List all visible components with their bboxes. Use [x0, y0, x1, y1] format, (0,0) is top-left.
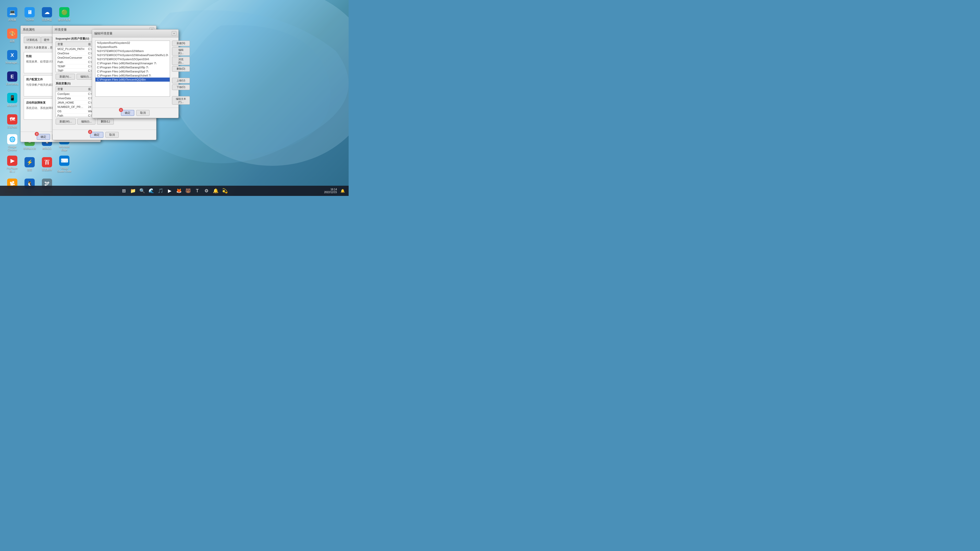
edit-env-badge: 1	[119, 108, 123, 112]
sys-var-name: NUMBER_OF_PROCESSORS	[56, 105, 86, 109]
taskbar-typora[interactable]: T	[193, 187, 201, 195]
edit-env-titlebar[interactable]: 编辑环境变量 ×	[92, 30, 178, 38]
icon-label-icon28: Microsoft Edge	[57, 145, 72, 151]
env-vars-badge: 2	[88, 130, 92, 134]
edit-env-item[interactable]: C:\Program Files (x86)\NetSarang\Xpd 7\	[95, 69, 170, 73]
icon-img-icon13: E	[7, 71, 18, 82]
edit-env-btn-col: 新建(N) 编辑(E)... 浏览(B)... 删除(D) 上移(U) 下移(O…	[172, 41, 190, 105]
desktop-icon-icon3[interactable]: ☁ 百度网盘	[39, 4, 55, 24]
edit-ok-wrap: 1 确定	[121, 110, 134, 116]
taskbar-start[interactable]: ⊞	[120, 187, 128, 195]
taskbar-edge[interactable]: 🌊	[147, 187, 156, 195]
taskbar-time-block[interactable]: 16:14 2022/12/15	[324, 188, 337, 194]
taskbar-app2[interactable]: 💫	[221, 187, 229, 195]
icon-label-icon4: 微信开发者	[58, 18, 71, 21]
taskbar-date: 2022/12/15	[324, 191, 337, 194]
desktop-icon-icon17[interactable]: 📱 刷机助手	[4, 90, 21, 110]
desktop-icon-icon32[interactable]: ⌨ Visual Studio Code	[56, 154, 73, 175]
sys-new-btn[interactable]: 新建(W)...	[56, 119, 76, 124]
edit-env-footer: 1 确定 取消	[92, 108, 178, 118]
edit-env-item[interactable]: %SYSTEMROOT%\System32\Wbem	[95, 49, 170, 53]
desktop-icon-icon9[interactable]: X Xmanager...	[4, 47, 21, 67]
icon-label-icon9: Xmanager...	[5, 61, 19, 64]
icon-label-icon13: Everything	[6, 83, 18, 86]
edit-env-item[interactable]: %SystemRoot%\system32	[95, 41, 170, 45]
taskbar-browser[interactable]: 🦊	[175, 187, 183, 195]
icon-img-icon21: 🗺	[7, 114, 18, 124]
sys-col-name: 变量	[56, 87, 86, 92]
icon-label-icon25: Google Chrome	[5, 145, 19, 151]
icon-label-icon31: 百度翻译	[42, 168, 52, 171]
sys-props-title: 系统属性	[23, 27, 35, 32]
icon-label-icon21: 百度地图	[7, 125, 18, 129]
desktop-icon-icon4[interactable]: 🟢 微信开发者	[56, 4, 73, 24]
desktop-icon-icon5[interactable]: 🎨 画图	[4, 25, 21, 46]
edit-up-btn[interactable]: 上移(U)	[172, 78, 190, 83]
taskbar-bell[interactable]: 🔔	[212, 187, 220, 195]
env-vars-ok[interactable]: 确定	[90, 132, 103, 138]
sys-var-name: OS	[56, 109, 86, 114]
edit-env-item[interactable]: C:\Program Files (x86)\NetSarang\Xshell …	[95, 73, 170, 78]
desktop-icon-icon30[interactable]: ⚡ 迅雷	[21, 154, 38, 175]
desktop-icon-icon25[interactable]: 🌐 Google Chrome	[4, 133, 21, 153]
taskbar-search[interactable]: 🔍	[138, 187, 146, 195]
desktop-icon-icon13[interactable]: E Everything	[4, 68, 21, 89]
icon-img-icon31: 百	[42, 157, 52, 167]
edit-env-close[interactable]: ×	[172, 31, 177, 36]
edit-edit-btn[interactable]: 编辑(E)...	[172, 47, 190, 56]
tab-computer-name[interactable]: 计算机名	[24, 37, 41, 43]
sys-delete-btn[interactable]: 删除(L)	[97, 119, 114, 124]
taskbar-player[interactable]: ▶	[165, 187, 174, 195]
icon-img-icon1: 💻	[7, 7, 18, 17]
edit-env-ok[interactable]: 确定	[121, 110, 134, 116]
edit-browse-btn[interactable]: 浏览(B)...	[172, 57, 190, 65]
desktop-icon-icon1[interactable]: 💻 此电脑	[4, 4, 21, 24]
edit-env-cancel[interactable]: 取消	[136, 110, 150, 116]
sys-props-ok[interactable]: 确定	[37, 134, 50, 140]
icon-img-icon2: 🖥	[24, 7, 35, 17]
edit-env-item[interactable]: C:\Program Files (x86)\NetSarang\Xmanage…	[95, 61, 170, 65]
edit-env-list[interactable]: %SystemRoot%\system32%SystemRoot%%SYSTEM…	[95, 41, 170, 97]
edit-env-item[interactable]: %SystemRoot%	[95, 45, 170, 49]
desktop-icon-icon21[interactable]: 🗺 百度地图	[4, 111, 21, 132]
edit-env-item[interactable]: %SYSTEMROOT%\System32\WindowsPowerShell\…	[95, 53, 170, 57]
edit-env-item[interactable]: %SYSTEMROOT%\System32\OpenSSH\	[95, 57, 170, 61]
icon-label-icon26: 谷歌输入法	[23, 147, 36, 150]
icon-img-icon17: 📱	[7, 93, 18, 103]
edit-delete-btn[interactable]: 删除(D)	[172, 66, 190, 72]
edit-text-btn[interactable]: 编辑文本(T)...	[172, 96, 190, 105]
edit-env-title: 编辑环境变量	[94, 32, 113, 36]
sys-edit-btn[interactable]: 编辑(I)...	[77, 119, 96, 124]
icon-img-icon3: ☁	[42, 7, 52, 17]
sys-var-name: JAVA_HOME	[56, 100, 86, 105]
desktop-icon-icon2[interactable]: 🖥 ToDesk	[21, 4, 38, 24]
edit-env-item[interactable]: C:\Program Files (x86)\Tencent\QQ\Bin	[95, 78, 170, 82]
user-new-btn[interactable]: 新建(N)...	[56, 74, 75, 79]
taskbar-right: 16:14 2022/12/15 🔔	[324, 187, 347, 195]
taskbar-music[interactable]: 🎵	[156, 187, 165, 195]
icon-label-icon2: ToDesk	[25, 18, 34, 21]
user-col-name: 变量	[56, 42, 86, 47]
edit-env-item[interactable]: C:\Program Files (x86)\NetSarang\Xftp 7\	[95, 65, 170, 69]
env-vars-title: 环境变量	[55, 27, 67, 32]
desktop-icon-icon29[interactable]: ▶ PotPlayer Bi...t	[4, 154, 21, 175]
icon-label-icon27: 腾讯QQ	[42, 147, 52, 150]
edit-down-btn[interactable]: 下移(O)	[172, 84, 190, 90]
env-vars-cancel[interactable]: 取消	[105, 132, 119, 138]
edit-new-btn[interactable]: 新建(N)	[172, 41, 190, 46]
taskbar-app1[interactable]: 🐻	[184, 187, 192, 195]
icon-img-icon5: 🎨	[7, 29, 18, 39]
icon-label-icon17: 刷机助手	[7, 104, 18, 107]
taskbar-explorer[interactable]: 📁	[129, 187, 137, 195]
sys-vars-buttons: 新建(W)... 编辑(I)... 删除(L)	[56, 119, 153, 124]
icon-label-icon29: PotPlayer Bi...t	[5, 167, 19, 173]
icon-img-icon9: X	[7, 50, 18, 60]
tab-hardware[interactable]: 硬件	[41, 37, 52, 43]
taskbar-settings[interactable]: ⚙	[202, 187, 210, 195]
user-var-name: OneDrive	[56, 51, 86, 56]
taskbar-notification[interactable]: 🔔	[339, 187, 347, 195]
user-var-name: TMP	[56, 68, 86, 73]
edit-env-list-col: %SystemRoot%\system32%SystemRoot%%SYSTEM…	[95, 41, 170, 105]
env-ok-wrap: 2 确定	[90, 132, 103, 138]
desktop-icon-icon31[interactable]: 百 百度翻译	[39, 154, 55, 175]
